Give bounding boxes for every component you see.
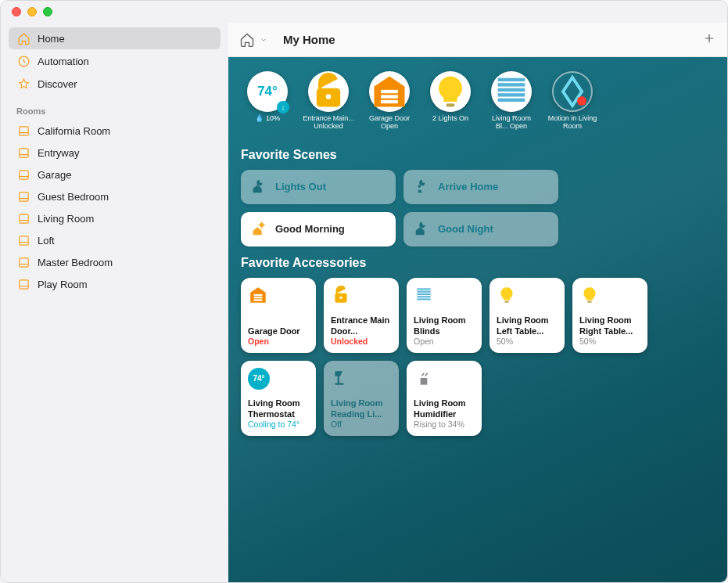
svg-rect-1: [19, 126, 27, 135]
moon-house-icon: [413, 221, 430, 238]
sidebar-item-room[interactable]: Garage: [9, 164, 221, 185]
accessory-name: Garage Door: [248, 326, 309, 336]
sidebar-item-label: Guest Bedroom: [38, 191, 109, 203]
svg-rect-6: [19, 236, 27, 244]
accessory-name: Living Room Humidifier: [414, 398, 475, 419]
accessories-heading: Favorite Accessories: [241, 256, 715, 270]
svg-point-20: [577, 96, 586, 106]
sidebar-item-room[interactable]: Play Room: [9, 273, 221, 295]
svg-rect-18: [498, 93, 525, 96]
bulb-icon: [430, 71, 471, 112]
sidebar-item-label: Loft: [38, 235, 55, 247]
home-dropdown-button[interactable]: [239, 32, 267, 48]
accessory-tile[interactable]: Entrance Main Door...Unlocked: [324, 278, 399, 353]
status-chip[interactable]: Entrance Main... Unlocked: [302, 71, 355, 131]
sidebar-item-discover[interactable]: Discover: [9, 73, 221, 95]
svg-rect-33: [504, 300, 508, 302]
sidebar: Home Automation Discover Rooms Californi…: [1, 23, 228, 582]
accessory-name: Living Room Blinds: [414, 315, 475, 336]
accessory-tile[interactable]: Living Room HumidifierRising to 34%: [407, 361, 482, 436]
status-chip[interactable]: Motion in Living Room: [546, 71, 599, 131]
sidebar-item-room[interactable]: California Room: [9, 120, 221, 142]
status-chip[interactable]: 2 Lights On: [424, 71, 477, 131]
room-icon: [16, 277, 30, 291]
svg-rect-31: [417, 296, 430, 297]
moon-person-icon: [413, 178, 430, 196]
droplet-icon: 💧: [255, 114, 264, 122]
status-chip-label: Entrance Main... Unlocked: [302, 114, 355, 131]
svg-rect-14: [446, 103, 455, 106]
sidebar-item-room[interactable]: Guest Bedroom: [9, 185, 221, 207]
motion-icon: [552, 71, 593, 112]
weather-chip[interactable]: 74° ↓ 💧 10%: [241, 71, 294, 131]
svg-rect-7: [19, 257, 27, 266]
scene-label: Lights Out: [275, 181, 326, 193]
svg-rect-4: [19, 192, 27, 200]
svg-point-21: [418, 185, 421, 188]
sidebar-heading-rooms: Rooms: [9, 95, 221, 119]
scene-card[interactable]: Good Night: [403, 212, 558, 247]
lock-open-icon: [308, 71, 349, 112]
zoom-window-button[interactable]: [43, 7, 52, 16]
accessory-status: 50%: [497, 336, 558, 346]
accessory-tile[interactable]: Living Room Right Table...50%: [572, 278, 647, 353]
accessory-name: Entrance Main Door...: [331, 315, 392, 336]
close-window-button[interactable]: [12, 7, 21, 16]
sidebar-item-room[interactable]: Entryway: [9, 142, 221, 164]
svg-rect-17: [498, 88, 525, 92]
svg-rect-5: [19, 214, 27, 222]
accessory-tile[interactable]: Garage DoorOpen: [241, 278, 316, 353]
svg-rect-24: [254, 297, 263, 298]
status-chip-row: 74° ↓ 💧 10% Entrance Main... UnlockedGar…: [241, 68, 715, 139]
room-icon: [16, 189, 30, 203]
status-chip[interactable]: Living Room Bl... Open: [485, 71, 538, 131]
sidebar-item-room[interactable]: Loft: [9, 229, 221, 251]
status-chip-label: Motion in Living Room: [546, 114, 599, 131]
scene-card[interactable]: Arrive Home: [403, 170, 558, 204]
star-icon: [16, 77, 30, 91]
content-area: 74° ↓ 💧 10% Entrance Main... UnlockedGar…: [228, 57, 727, 582]
chevron-down-icon: [260, 36, 267, 44]
sidebar-item-room[interactable]: Living Room: [9, 207, 221, 229]
accessory-tile[interactable]: Living Room Reading Li...Off: [324, 361, 399, 436]
svg-rect-19: [498, 99, 525, 102]
svg-rect-25: [254, 299, 263, 300]
add-button[interactable]: [702, 31, 716, 49]
sidebar-item-label: Garage: [38, 169, 71, 181]
svg-rect-13: [381, 100, 398, 103]
main-pane: My Home 74° ↓ 💧 10%: [228, 23, 727, 582]
room-icon: [16, 167, 30, 182]
accessory-tile[interactable]: Living Room Left Table...50%: [490, 278, 565, 353]
status-chip-label: Living Room Bl... Open: [485, 114, 538, 131]
accessories-grid: Garage DoorOpenEntrance Main Door...Unlo…: [241, 278, 715, 436]
precip-row: 💧 10%: [255, 114, 280, 122]
sidebar-item-label: Entryway: [38, 147, 79, 159]
scene-card[interactable]: Good Morning: [241, 212, 396, 247]
accessory-status: 50%: [579, 336, 640, 346]
blinds-icon: [414, 285, 434, 305]
accessory-tile[interactable]: Living Room BlindsOpen: [407, 278, 482, 353]
sun-house-icon: [250, 221, 267, 238]
sidebar-item-automation[interactable]: Automation: [9, 50, 221, 72]
svg-rect-23: [254, 294, 263, 296]
svg-rect-30: [417, 293, 430, 295]
accessory-tile[interactable]: 74°Living Room ThermostatCooling to 74°: [241, 361, 316, 436]
scene-label: Arrive Home: [438, 181, 498, 193]
sidebar-item-label: Automation: [38, 56, 89, 67]
scene-card[interactable]: Lights Out: [241, 170, 396, 204]
room-icon: [16, 255, 30, 269]
room-icon: [16, 146, 30, 160]
app-window: Home Automation Discover Rooms Californi…: [0, 0, 728, 583]
temperature-value: 74°: [257, 84, 278, 99]
scenes-grid: Lights OutArrive HomeGood MorningGood Ni…: [241, 170, 715, 247]
status-chip[interactable]: Garage Door Open: [363, 71, 416, 131]
sidebar-item-label: Play Room: [38, 279, 88, 290]
svg-rect-8: [19, 279, 27, 288]
sidebar-item-home[interactable]: Home: [9, 27, 221, 49]
scenes-heading: Favorite Scenes: [241, 148, 715, 162]
svg-rect-29: [417, 290, 430, 292]
accessory-name: Living Room Reading Li...: [331, 398, 392, 419]
svg-rect-11: [381, 90, 398, 93]
minimize-window-button[interactable]: [27, 7, 37, 16]
sidebar-item-room[interactable]: Master Bedroom: [9, 251, 221, 273]
